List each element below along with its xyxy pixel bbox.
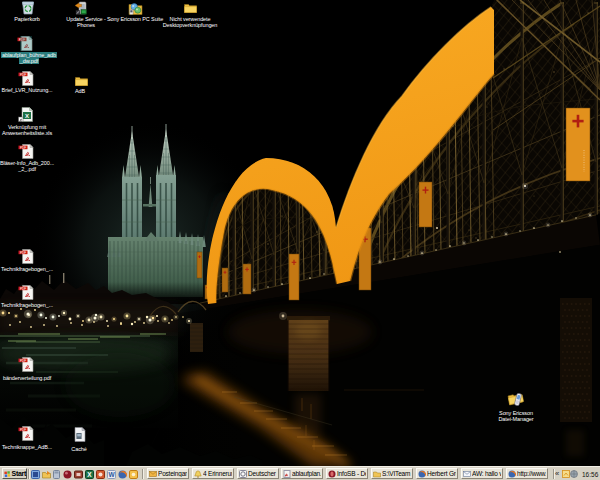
svg-text:X: X [25, 113, 29, 119]
svg-text:W: W [108, 471, 115, 478]
svg-text:PDF: PDF [20, 287, 26, 291]
svg-text:PDF: PDF [20, 359, 26, 363]
svg-text:PDF: PDF [20, 428, 26, 432]
svg-text:X: X [87, 471, 92, 478]
svg-text:PDF: PDF [20, 73, 26, 77]
svg-text:PDF: PDF [20, 146, 26, 150]
svg-text:PDF: PDF [20, 251, 26, 255]
